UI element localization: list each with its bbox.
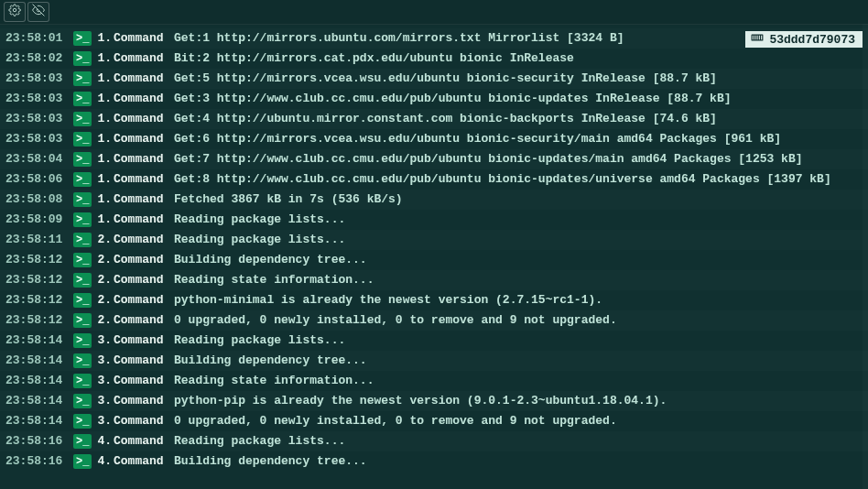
timestamp: 23:58:12	[5, 311, 73, 330]
row-label: Command	[114, 110, 174, 128]
timestamp: 23:58:14	[5, 331, 73, 350]
prompt-icon: >_	[73, 432, 90, 451]
row-label: Command	[114, 150, 174, 168]
step-number: 4.	[90, 452, 114, 471]
svg-rect-5	[759, 36, 760, 40]
timestamp: 23:58:03	[5, 110, 73, 128]
row-label: Command	[114, 231, 174, 249]
log-row: 23:58:01>_1.CommandGet:1 http://mirrors.…	[0, 28, 868, 49]
row-label: Command	[114, 452, 174, 471]
log-message: Get:6 http://mirrors.vcea.wsu.edu/ubuntu…	[174, 130, 863, 148]
log-message: Get:5 http://mirrors.vcea.wsu.edu/ubuntu…	[174, 70, 863, 88]
timestamp: 23:58:03	[5, 90, 73, 108]
log-message: Building dependency tree...	[174, 452, 863, 471]
hide-output-button[interactable]	[27, 2, 49, 22]
log-message: Get:4 http://ubuntu.mirror.constant.com …	[174, 110, 863, 128]
prompt-icon: >_	[73, 130, 90, 148]
svg-rect-2	[753, 36, 754, 40]
prompt-icon: >_	[73, 291, 90, 310]
log-row: 23:58:03>_1.CommandGet:6 http://mirrors.…	[0, 129, 868, 149]
log-row: 23:58:12>_2.CommandReading state informa…	[0, 270, 868, 290]
log-row: 23:58:08>_1.CommandFetched 3867 kB in 7s…	[0, 190, 868, 210]
prompt-icon: >_	[73, 372, 90, 390]
log-row: 23:58:09>_1.CommandReading package lists…	[0, 210, 868, 230]
step-number: 2.	[90, 231, 114, 249]
log-message: Building dependency tree...	[174, 352, 863, 370]
step-number: 1.	[90, 110, 114, 128]
log-row: 23:58:03>_1.CommandGet:5 http://mirrors.…	[0, 69, 868, 89]
step-number: 1.	[90, 90, 114, 108]
step-number: 1.	[90, 70, 114, 88]
timestamp: 23:58:09	[5, 211, 73, 229]
step-number: 1.	[90, 211, 114, 229]
log-row: 23:58:03>_1.CommandGet:3 http://www.club…	[0, 89, 868, 109]
row-label: Command	[114, 271, 174, 289]
row-label: Command	[114, 251, 174, 269]
log-row: 23:58:03>_1.CommandGet:4 http://ubuntu.m…	[0, 109, 868, 129]
step-number: 2.	[90, 271, 114, 289]
step-number: 1.	[90, 150, 114, 168]
timestamp: 23:58:06	[5, 170, 73, 189]
step-number: 3.	[90, 412, 114, 430]
log-message: python-pip is already the newest version…	[174, 392, 863, 410]
timestamp: 23:58:12	[5, 251, 73, 269]
step-number: 4.	[90, 432, 114, 451]
timestamp: 23:58:02	[5, 49, 73, 68]
row-label: Command	[114, 352, 174, 370]
scrollbar[interactable]	[863, 24, 868, 489]
prompt-icon: >_	[73, 150, 90, 168]
row-label: Command	[114, 49, 174, 68]
log-row: 23:58:14>_3.CommandReading state informa…	[0, 371, 868, 391]
svg-rect-6	[761, 36, 762, 40]
prompt-icon: >_	[73, 352, 90, 370]
prompt-icon: >_	[73, 271, 90, 289]
step-number: 2.	[90, 311, 114, 330]
step-number: 1.	[90, 49, 114, 68]
timestamp: 23:58:08	[5, 190, 73, 209]
prompt-icon: >_	[73, 190, 90, 209]
container-id-badge: 53ddd7d79073	[745, 31, 863, 48]
row-label: Command	[114, 211, 174, 229]
log-message: Building dependency tree...	[174, 251, 863, 269]
prompt-icon: >_	[73, 412, 90, 430]
step-number: 3.	[90, 372, 114, 390]
timestamp: 23:58:01	[5, 29, 73, 48]
prompt-icon: >_	[73, 110, 90, 128]
row-label: Command	[114, 130, 174, 148]
log-message: Reading state information...	[174, 372, 863, 390]
row-label: Command	[114, 331, 174, 350]
log-row: 23:58:16>_4.CommandReading package lists…	[0, 431, 868, 451]
log-row: 23:58:06>_1.CommandGet:8 http://www.club…	[0, 169, 868, 190]
row-label: Command	[114, 412, 174, 430]
eye-off-icon	[32, 4, 45, 20]
timestamp: 23:58:12	[5, 291, 73, 310]
svg-point-0	[13, 8, 16, 12]
step-number: 1.	[90, 29, 114, 48]
log-message: Bit:2 http://mirrors.cat.pdx.edu/ubuntu …	[174, 49, 863, 68]
toolbar	[0, 0, 868, 25]
row-label: Command	[114, 190, 174, 209]
log-row: 23:58:14>_3.CommandBuilding dependency t…	[0, 351, 868, 371]
log-output: 23:58:01>_1.CommandGet:1 http://mirrors.…	[0, 25, 868, 472]
prompt-icon: >_	[73, 231, 90, 249]
timestamp: 23:58:14	[5, 392, 73, 410]
timestamp: 23:58:11	[5, 231, 73, 249]
log-row: 23:58:16>_4.CommandBuilding dependency t…	[0, 451, 868, 472]
timestamp: 23:58:04	[5, 150, 73, 168]
log-row: 23:58:12>_2.Command0 upgraded, 0 newly i…	[0, 310, 868, 331]
log-row: 23:58:04>_1.CommandGet:7 http://www.club…	[0, 149, 868, 169]
settings-button[interactable]	[4, 2, 26, 22]
timestamp: 23:58:14	[5, 372, 73, 390]
prompt-icon: >_	[73, 70, 90, 88]
prompt-icon: >_	[73, 452, 90, 471]
step-number: 1.	[90, 170, 114, 189]
log-message: 0 upgraded, 0 newly installed, 0 to remo…	[174, 311, 863, 330]
log-message: Fetched 3867 kB in 7s (536 kB/s)	[174, 190, 863, 209]
container-id-text: 53ddd7d79073	[769, 33, 855, 47]
prompt-icon: >_	[73, 392, 90, 410]
row-label: Command	[114, 372, 174, 390]
prompt-icon: >_	[73, 49, 90, 68]
timestamp: 23:58:16	[5, 432, 73, 451]
svg-rect-4	[757, 36, 758, 40]
step-number: 1.	[90, 130, 114, 148]
